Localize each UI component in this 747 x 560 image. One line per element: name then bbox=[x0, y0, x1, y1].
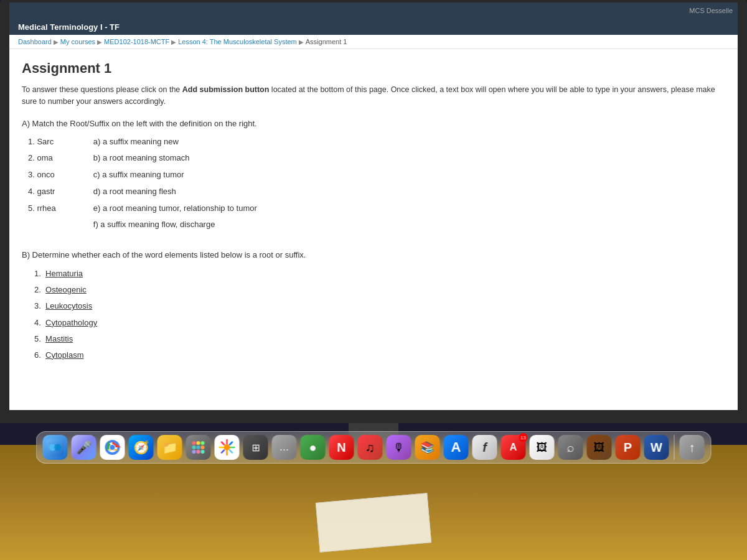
list-item: 6. Cytoplasm bbox=[34, 348, 725, 362]
dock-grid-icon[interactable]: ⊞ bbox=[243, 435, 268, 460]
assignment-instructions: To answer these questions please click o… bbox=[22, 84, 725, 108]
matching-exercise: 1. Sarc 2. oma 3. onco 4. gastr 5. rrhea… bbox=[22, 136, 725, 232]
dock-photos-icon[interactable] bbox=[215, 435, 240, 460]
svg-point-10 bbox=[192, 446, 196, 449]
match-left-column: 1. Sarc 2. oma 3. onco 4. gastr 5. rrhea bbox=[28, 136, 56, 232]
list-item: 4. Cytopathology bbox=[34, 316, 725, 330]
svg-point-15 bbox=[201, 450, 205, 454]
dock-music-icon[interactable]: ♫ bbox=[358, 435, 383, 460]
browser-top-bar: MCS Desselle bbox=[9, 2, 738, 19]
list-item: e) a root meaning tumor, relationship to… bbox=[93, 202, 257, 215]
list-item: 4. gastr bbox=[28, 185, 56, 198]
svg-point-6 bbox=[110, 445, 115, 450]
breadcrumb-lesson[interactable]: Lesson 4: The Musculoskeletal System bbox=[178, 38, 297, 45]
dock-siri-icon[interactable]: 🎤 bbox=[72, 435, 96, 460]
list-item: 2. oma bbox=[28, 152, 56, 165]
main-content: Assignment 1 To answer these questions p… bbox=[9, 49, 738, 410]
dock-spotlight-icon[interactable]: ⌕ bbox=[558, 435, 583, 460]
list-item: 1. Sarc bbox=[28, 136, 56, 149]
username-display: MCS Desselle bbox=[689, 7, 733, 14]
breadcrumb-dashboard[interactable]: Dashboard bbox=[18, 38, 52, 45]
dock-separator bbox=[674, 435, 675, 460]
breadcrumb-current: Assignment 1 bbox=[306, 38, 347, 45]
svg-point-14 bbox=[197, 450, 200, 454]
course-title: Medical Terminology I - TF bbox=[18, 22, 120, 32]
list-item: 1. Hematuria bbox=[34, 267, 725, 281]
list-item: 3. Leukocytosis bbox=[34, 299, 725, 313]
dock-appstore-icon[interactable]: A bbox=[444, 435, 469, 460]
dock-n-icon[interactable]: N bbox=[329, 435, 354, 460]
dock-launchpad-icon[interactable] bbox=[186, 435, 211, 460]
macos-dock: 🎤 🧭 📁 bbox=[36, 431, 712, 464]
svg-point-9 bbox=[201, 441, 205, 445]
svg-point-13 bbox=[192, 450, 196, 454]
dock-podcast-icon[interactable]: 🎙 bbox=[387, 435, 411, 460]
breadcrumb-course-code[interactable]: MED102-1018-MCTF bbox=[104, 38, 169, 45]
word-elements-list: 1. Hematuria 2. Osteogenic 3. Leukocytos… bbox=[22, 267, 725, 362]
desk-paper bbox=[316, 493, 431, 552]
dock-acrobat-icon[interactable]: A 13 bbox=[501, 435, 526, 460]
dock-safari-icon[interactable]: 🧭 bbox=[129, 435, 154, 460]
svg-point-7 bbox=[192, 441, 196, 445]
dock-chrome-icon[interactable] bbox=[100, 435, 125, 460]
dock-font-icon[interactable]: f bbox=[472, 435, 497, 460]
svg-point-12 bbox=[201, 446, 205, 449]
list-item: b) a root meaning stomach bbox=[93, 152, 257, 165]
list-item: 5. Mastitis bbox=[34, 332, 725, 346]
dock-preview-icon[interactable]: 🖼 bbox=[530, 435, 555, 460]
dock-word-icon[interactable]: W bbox=[644, 435, 669, 460]
breadcrumb-my-courses[interactable]: My courses bbox=[60, 38, 95, 45]
dock-image-icon[interactable]: 🖼 bbox=[587, 435, 612, 460]
section-b-title: B) Determine whether each of the word el… bbox=[22, 250, 725, 259]
dock-powerpoint-icon[interactable]: P bbox=[616, 435, 641, 460]
list-item: 2. Osteogenic bbox=[34, 283, 725, 297]
list-item: d) a root meaning flesh bbox=[93, 185, 257, 198]
section-a-title: A) Match the Root/Suffix on the left wit… bbox=[22, 119, 725, 128]
dock-notification-icon[interactable]: ● bbox=[301, 435, 326, 460]
screen: MCS Desselle Medical Terminology I - TF … bbox=[9, 2, 738, 410]
dock-books-icon[interactable]: 📚 bbox=[415, 435, 440, 460]
dock-more-icon[interactable]: … bbox=[272, 435, 297, 460]
list-item: 5. rrhea bbox=[28, 202, 56, 215]
match-right-column: a) a suffix meaning new b) a root meanin… bbox=[93, 136, 257, 232]
acrobat-badge: 13 bbox=[519, 433, 528, 442]
list-item: 3. onco bbox=[28, 169, 56, 182]
svg-point-2 bbox=[54, 444, 61, 450]
breadcrumb: Dashboard ▶ My courses ▶ MED102-1018-MCT… bbox=[9, 35, 738, 49]
dock-arrow-icon[interactable]: ↑ bbox=[680, 435, 705, 460]
dock-folder-icon[interactable]: 📁 bbox=[157, 435, 182, 460]
dock-finder-icon[interactable] bbox=[43, 435, 68, 460]
svg-point-8 bbox=[197, 441, 200, 445]
svg-point-11 bbox=[197, 446, 200, 449]
svg-point-25 bbox=[224, 444, 230, 450]
list-item: f) a suffix meaning flow, discharge bbox=[93, 218, 257, 231]
list-item: a) a suffix meaning new bbox=[93, 136, 257, 149]
list-item: c) a suffix meaning tumor bbox=[93, 169, 257, 182]
course-header: Medical Terminology I - TF bbox=[9, 19, 738, 35]
page-title: Assignment 1 bbox=[22, 60, 725, 77]
